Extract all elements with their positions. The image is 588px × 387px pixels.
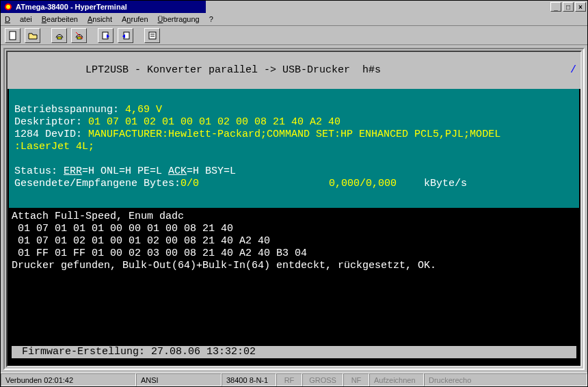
close-button[interactable]: × — [575, 2, 586, 12]
status-aufzeichnen: Aufzeichnen — [369, 373, 424, 386]
properties-button[interactable] — [144, 28, 160, 43]
menu-datei[interactable]: Datei — [5, 15, 32, 23]
client-area: LPT2USB - Konverter parallel -> USB-Druc… — [1, 45, 587, 373]
status-termtype: ANSI — [136, 373, 222, 386]
descriptor-line: Deskriptor: 01 07 01 02 01 00 01 02 00 0… — [14, 116, 574, 129]
menu-anrufen[interactable]: Anrufen — [122, 15, 148, 23]
receive-button[interactable] — [118, 28, 133, 43]
menu-help[interactable]: ? — [209, 15, 213, 23]
status-line: Status: ERR=H ONL=H PE=L ACK=H BSY=L — [14, 165, 574, 178]
devid-line: 1284 DevID: MANUFACTURER:Hewlett-Packard… — [14, 129, 574, 141]
new-button[interactable] — [5, 28, 21, 43]
svg-rect-2 — [10, 31, 16, 40]
title-bar[interactable]: ATmega-38400 - HyperTerminal _ □ × — [1, 1, 587, 13]
terminal[interactable]: LPT2USB - Konverter parallel -> USB-Druc… — [6, 51, 582, 367]
attach-line: Attach Full-Speed, Enum dadc — [12, 211, 576, 223]
send-button[interactable] — [98, 28, 113, 43]
maximize-button[interactable]: □ — [563, 2, 574, 12]
app-window: ATmega-38400 - HyperTerminal _ □ × Datei… — [0, 0, 588, 387]
status-bar: Verbunden 02:01:42 ANSI 38400 8-N-1 RF G… — [1, 373, 587, 386]
status-druckerecho: Druckerecho — [424, 373, 587, 386]
status-gross: GROSS — [302, 373, 343, 386]
status-connected: Verbunden 02:01:42 — [1, 373, 136, 386]
status-rf: RF — [276, 373, 302, 386]
hex-line-3: 01 FF 01 FF 01 00 02 03 00 08 21 40 A2 4… — [12, 248, 576, 260]
disconnect-button[interactable] — [71, 28, 87, 43]
bytes-line: Gesendete/Empfangene Bytes: 0/00,000/0,0… — [14, 178, 574, 190]
devid-cont: :LaserJet 4L; — [14, 141, 574, 153]
status-baud: 38400 8-N-1 — [222, 373, 276, 386]
menu-bar: Datei Bearbeiten Ansicht Anrufen Übertra… — [1, 13, 587, 26]
menu-ansicht[interactable]: Ansicht — [88, 15, 112, 23]
found-line: Drucker gefunden, Bulk-Out(64)+Bulk-In(6… — [12, 260, 576, 272]
term-header: LPT2USB - Konverter parallel -> USB-Druc… — [8, 52, 580, 89]
svg-point-1 — [6, 5, 10, 9]
voltage-line: Betriebsspannung: 4,69 V — [14, 104, 574, 116]
menu-uebertragung[interactable]: Übertragung — [158, 15, 200, 23]
toolbar — [1, 26, 587, 45]
window-title: ATmega-38400 - HyperTerminal — [16, 3, 127, 11]
menu-bearbeiten[interactable]: Bearbeiten — [42, 15, 78, 23]
status-nf: NF — [343, 373, 369, 386]
app-icon — [3, 2, 13, 12]
hex-line-2: 01 07 01 02 01 00 01 02 00 08 21 40 A2 4… — [12, 235, 576, 248]
firmware-line: Firmware-Erstellung: 27.08.06 13:32:02 — [12, 346, 576, 358]
svg-rect-8 — [149, 32, 156, 39]
hex-line-1: 01 07 01 01 01 00 00 01 00 08 21 40 — [12, 223, 576, 235]
minimize-button[interactable]: _ — [550, 2, 561, 12]
svg-rect-3 — [57, 37, 62, 39]
open-button[interactable] — [25, 28, 40, 43]
connect-button[interactable] — [51, 28, 67, 43]
